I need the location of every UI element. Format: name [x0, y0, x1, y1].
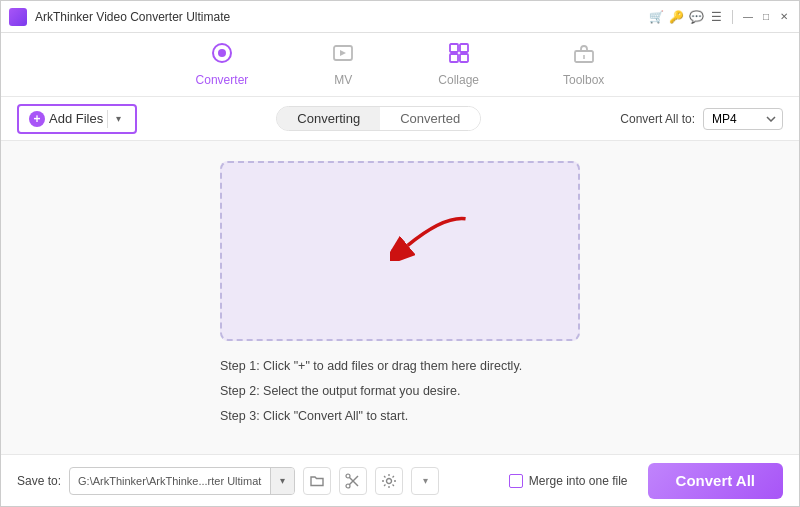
svg-rect-5: [450, 54, 458, 62]
toolbar: + Add Files ▾ Converting Converted Conve…: [1, 97, 799, 141]
nav-tabs: Converter MV Collage: [1, 33, 799, 97]
step-2: Step 2: Select the output format you des…: [220, 382, 580, 401]
tab-mv[interactable]: MV: [320, 36, 366, 93]
bottom-bar: Save to: ▾ ▾: [1, 454, 799, 506]
tab-collage[interactable]: Collage: [426, 36, 491, 93]
app-title: ArkThinker Video Converter Ultimate: [35, 10, 648, 24]
merge-checkbox-group: Merge into one file: [509, 474, 628, 488]
svg-point-1: [218, 49, 226, 57]
save-path-dropdown-icon[interactable]: ▾: [270, 468, 294, 494]
divider: [732, 10, 733, 24]
save-path-input[interactable]: [70, 475, 270, 487]
cut-button[interactable]: [339, 467, 367, 495]
more-options-button[interactable]: ▾: [411, 467, 439, 495]
window-controls: 🛒 🔑 💬 ☰ — □ ✕: [648, 9, 791, 25]
collage-icon: [448, 42, 470, 69]
gear-icon: [381, 473, 397, 489]
settings-button[interactable]: [375, 467, 403, 495]
merge-checkbox[interactable]: [509, 474, 523, 488]
toolbox-icon: [573, 42, 595, 69]
tab-converting[interactable]: Converting: [277, 107, 380, 130]
minimize-button[interactable]: —: [741, 10, 755, 24]
scissors-icon: [345, 473, 361, 489]
title-bar: ArkThinker Video Converter Ultimate 🛒 🔑 …: [1, 1, 799, 33]
sub-tabs: Converting Converted: [137, 106, 620, 131]
folder-open-button[interactable]: [303, 467, 331, 495]
convert-all-to: Convert All to: MP4 MKV AVI MOV MP3: [620, 108, 783, 130]
add-files-button[interactable]: + Add Files ▾: [17, 104, 137, 134]
tab-converter[interactable]: Converter: [184, 36, 261, 93]
save-to-label: Save to:: [17, 474, 61, 488]
convert-all-to-label: Convert All to:: [620, 112, 695, 126]
steps-list: Step 1: Click "+" to add files or drag t…: [220, 357, 580, 431]
add-files-dropdown-icon[interactable]: ▾: [107, 110, 125, 128]
converting-converted-tabs: Converting Converted: [276, 106, 481, 131]
chat-icon[interactable]: 💬: [688, 9, 704, 25]
converter-icon: [211, 42, 233, 69]
svg-rect-3: [450, 44, 458, 52]
tab-toolbox-label: Toolbox: [563, 73, 604, 87]
plus-circle-icon: +: [29, 111, 45, 127]
content-area: + Step 1: Click "+" to add files or drag…: [1, 141, 799, 454]
main-content: + Add Files ▾ Converting Converted Conve…: [1, 97, 799, 506]
key-icon[interactable]: 🔑: [668, 9, 684, 25]
step-3: Step 3: Click "Convert All" to start.: [220, 407, 580, 426]
svg-point-13: [346, 484, 350, 488]
add-files-label: Add Files: [49, 111, 103, 126]
svg-point-14: [387, 478, 392, 483]
close-button[interactable]: ✕: [777, 10, 791, 24]
menu-icon[interactable]: ☰: [708, 9, 724, 25]
tab-converter-label: Converter: [196, 73, 249, 87]
save-path-group: ▾: [69, 467, 295, 495]
tab-toolbox[interactable]: Toolbox: [551, 36, 616, 93]
format-select[interactable]: MP4 MKV AVI MOV MP3: [703, 108, 783, 130]
drop-zone[interactable]: +: [220, 161, 580, 341]
maximize-button[interactable]: □: [759, 10, 773, 24]
chevron-down-icon: ▾: [423, 475, 428, 486]
tab-collage-label: Collage: [438, 73, 479, 87]
merge-label: Merge into one file: [529, 474, 628, 488]
svg-rect-4: [460, 44, 468, 52]
convert-all-button[interactable]: Convert All: [648, 463, 783, 499]
app-logo: [9, 8, 27, 26]
svg-point-12: [346, 474, 350, 478]
tab-converted[interactable]: Converted: [380, 107, 480, 130]
folder-icon: [309, 473, 325, 489]
tab-mv-label: MV: [334, 73, 352, 87]
step-1: Step 1: Click "+" to add files or drag t…: [220, 357, 580, 376]
mv-icon: [332, 42, 354, 69]
cart-icon[interactable]: 🛒: [648, 9, 664, 25]
arrow-hint: [390, 211, 470, 265]
svg-rect-6: [460, 54, 468, 62]
